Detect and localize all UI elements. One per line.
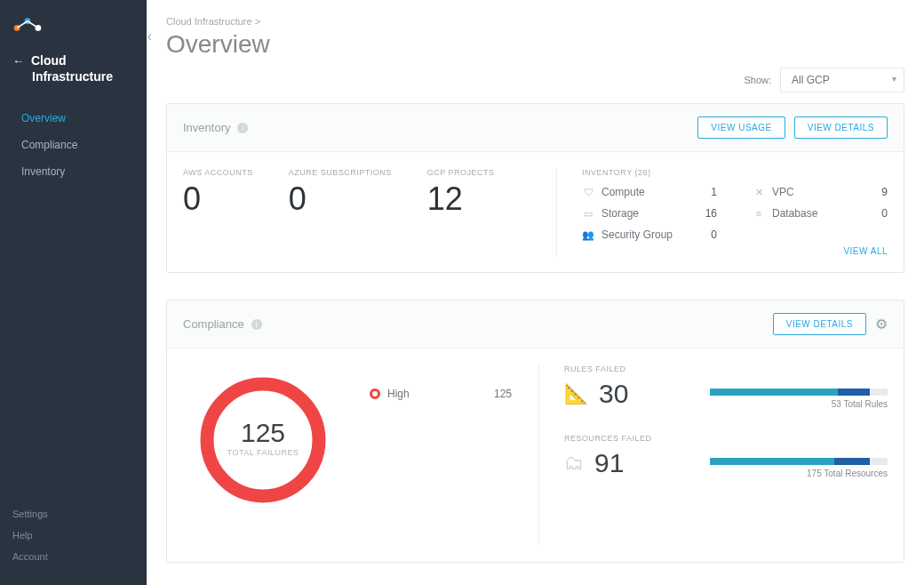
arrow-left-icon: ← <box>12 54 24 68</box>
inventory-item-name: Security Group <box>601 228 711 241</box>
sidebar-item-compliance[interactable]: Compliance <box>0 132 147 158</box>
sidebar-item-account[interactable]: Account <box>12 546 134 567</box>
resources-failed-value: 91 <box>594 448 624 478</box>
main-content: Cloud Infrastructure > Overview Show: Al… <box>147 0 924 585</box>
info-icon[interactable]: i <box>237 123 248 133</box>
inventory-item-database[interactable]: ≡ Database 0 <box>753 207 888 220</box>
rules-failed-label: RULES FAILED <box>564 365 628 373</box>
show-filter-value: All GCP <box>792 74 830 86</box>
resources-total-label: 175 Total Resources <box>710 469 888 478</box>
breadcrumb[interactable]: Cloud Infrastructure > <box>166 16 904 27</box>
database-icon: ≡ <box>753 208 765 219</box>
inventory-item-compute[interactable]: 🛡 Compute 1 <box>582 186 717 198</box>
inventory-item-count: 1 <box>711 186 717 198</box>
counter-azure: AZURE SUBSCRIPTIONS 0 <box>289 168 392 256</box>
inventory-item-count: 0 <box>881 207 888 220</box>
chart-legend: High 125 <box>370 365 512 546</box>
show-filter-select[interactable]: All GCP <box>780 68 904 92</box>
disk-icon: ▭ <box>582 208 594 220</box>
inventory-item-count: 9 <box>881 186 888 198</box>
resources-failed-label: RESOURCES FAILED <box>564 434 652 443</box>
inventory-item-vpc[interactable]: ✕ VPC 9 <box>753 186 888 198</box>
network-icon: ✕ <box>753 187 765 198</box>
inventory-panel-title: Inventory <box>183 121 230 134</box>
inventory-item-security-group[interactable]: 👥 Security Group 0 <box>582 228 717 241</box>
rules-failed-stat: RULES FAILED 📐 30 <box>564 365 888 409</box>
sidebar-menu: Overview Compliance Inventory <box>0 105 147 185</box>
inventory-item-count: 0 <box>711 228 717 241</box>
inventory-item-storage[interactable]: ▭ Storage 16 <box>582 207 717 220</box>
inventory-item-count: 16 <box>705 207 717 220</box>
counter-value: 0 <box>183 180 253 218</box>
view-usage-button[interactable]: VIEW USAGE <box>697 116 785 139</box>
inventory-item-name: Storage <box>601 207 705 220</box>
inventory-panel: Inventory i VIEW USAGE VIEW DETAILS AWS … <box>166 103 904 273</box>
inventory-item-name: Database <box>772 207 881 220</box>
sidebar-item-overview[interactable]: Overview <box>0 105 147 132</box>
inventory-item-name: Compute <box>601 186 711 198</box>
show-label: Show: <box>744 75 771 85</box>
rules-total-label: 53 Total Rules <box>710 399 888 409</box>
failures-donut-chart: 125 TOTAL FAILURES <box>183 365 343 546</box>
collapse-sidebar-icon[interactable]: ‹ <box>147 28 152 44</box>
counter-gcp: GCP PROJECTS 12 <box>427 168 495 256</box>
counter-label: AZURE SUBSCRIPTIONS <box>289 168 392 177</box>
module-back-link[interactable]: ← Cloud <box>12 53 134 68</box>
counter-value: 0 <box>289 180 392 218</box>
group-icon: 👥 <box>582 229 594 241</box>
info-icon[interactable]: i <box>251 319 262 330</box>
shield-icon: 🛡 <box>582 187 594 197</box>
counter-label: AWS ACCOUNTS <box>183 168 253 177</box>
counter-value: 12 <box>427 180 495 218</box>
inventory-list-label: INVENTORY (26) <box>582 168 888 177</box>
view-details-button[interactable]: VIEW DETAILS <box>773 313 866 335</box>
total-failures-label: TOTAL FAILURES <box>227 448 299 457</box>
rules-progress-bar <box>710 389 888 396</box>
resources-progress-bar <box>710 458 888 465</box>
resources-failed-stat: RESOURCES FAILED 🗂 91 <box>564 434 888 478</box>
module-title-line2: Infrastructure <box>12 69 134 84</box>
view-details-button[interactable]: VIEW DETAILS <box>794 116 888 139</box>
view-all-link[interactable]: VIEW ALL <box>582 246 888 256</box>
counter-aws: AWS ACCOUNTS 0 <box>183 168 253 256</box>
sidebar-item-settings[interactable]: Settings <box>12 503 134 525</box>
sidebar: ‹ ← Cloud Infrastructure Overview Compli… <box>0 0 147 585</box>
total-failures-value: 125 <box>227 418 299 448</box>
app-logo-icon <box>12 21 43 36</box>
compliance-panel-title: Compliance <box>183 317 244 331</box>
page-title: Overview <box>166 30 904 59</box>
compliance-panel: Compliance i VIEW DETAILS ⚙ 125 TOTAL <box>166 300 904 563</box>
legend-value-high: 125 <box>494 388 512 400</box>
legend-label-high: High <box>387 388 410 400</box>
inventory-item-name: VPC <box>772 186 881 198</box>
sidebar-footer: Settings Help Account <box>0 503 147 585</box>
legend-dot-high-icon <box>370 389 380 399</box>
gear-icon[interactable]: ⚙ <box>875 316 888 333</box>
stack-icon: 🗂 <box>564 452 584 475</box>
counter-label: GCP PROJECTS <box>427 168 495 177</box>
module-title-line1: Cloud <box>31 53 67 68</box>
sidebar-item-help[interactable]: Help <box>12 525 134 546</box>
rules-failed-value: 30 <box>599 379 628 409</box>
sidebar-item-inventory[interactable]: Inventory <box>0 158 147 185</box>
ruler-icon: 📐 <box>564 382 588 405</box>
